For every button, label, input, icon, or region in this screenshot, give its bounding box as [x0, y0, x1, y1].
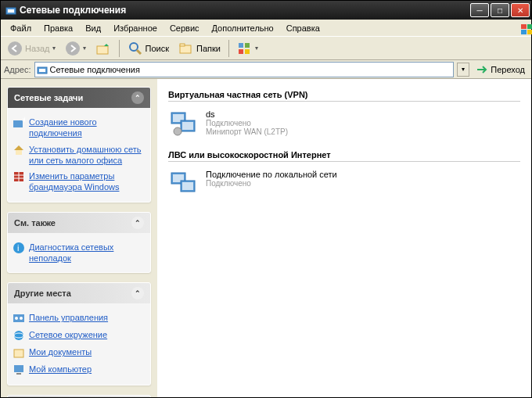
svg-rect-5 [527, 30, 532, 34]
folders-icon [178, 41, 194, 56]
views-icon [237, 41, 253, 56]
connection-device: Минипорт WAN (L2TP) [206, 127, 288, 136]
window-title: Сетевые подключения [20, 5, 470, 16]
svg-rect-8 [97, 46, 108, 54]
firewall-settings-link[interactable]: Изменить параметры брандмауэра Windows [13, 168, 146, 195]
menu-view[interactable]: Вид [79, 22, 107, 34]
connection-text: ds Подключено Минипорт WAN (L2TP) [206, 109, 288, 138]
address-field[interactable]: Сетевые подключения [34, 62, 455, 77]
up-button[interactable] [92, 39, 114, 58]
connection-text: Подключение по локальной сети Подключено [206, 170, 337, 198]
menu-file[interactable]: Файл [4, 22, 38, 34]
svg-rect-1 [8, 9, 14, 13]
svg-rect-15 [239, 49, 243, 54]
home-network-icon [13, 144, 25, 156]
svg-point-29 [15, 317, 18, 320]
my-computer-link[interactable]: Мой компьютер [13, 361, 146, 378]
sidebar: Сетевые задачи ⌃ ✶ Создание нового подкл… [1, 79, 157, 397]
control-panel-icon [13, 312, 25, 324]
network-connections-icon [37, 64, 48, 75]
network-diagnostics-link[interactable]: i Диагностика сетевых неполадок [13, 239, 146, 267]
svg-rect-39 [182, 122, 193, 130]
address-dropdown[interactable]: ▾ [457, 63, 469, 77]
svg-rect-2 [521, 24, 527, 29]
svg-rect-33 [14, 350, 23, 357]
go-arrow-icon [476, 63, 488, 76]
setup-home-network-link[interactable]: Установить домашнюю сеть или сеть малого… [13, 142, 146, 169]
menu-help[interactable]: Справка [280, 22, 326, 34]
chevron-up-icon: ⌃ [131, 91, 144, 104]
menu-advanced[interactable]: Дополнительно [206, 22, 280, 34]
vpn-connection-icon [170, 109, 198, 138]
minimize-button[interactable]: ─ [470, 3, 489, 17]
control-panel-link[interactable]: Панель управления [13, 310, 146, 327]
window-controls: ─ □ ✕ [470, 3, 530, 17]
lan-group-header: ЛВС или высокоскоростной Интернет [168, 150, 520, 162]
content-area: Сетевые задачи ⌃ ✶ Создание нового подкл… [1, 79, 531, 397]
svg-rect-35 [16, 373, 21, 375]
details-panel: Подробно ⌃ Сетевые подключения Системная… [7, 395, 151, 397]
svg-rect-14 [245, 43, 250, 48]
svg-point-30 [20, 317, 23, 320]
menubar: Файл Правка Вид Избранное Сервис Дополни… [1, 20, 531, 37]
network-places-link[interactable]: Сетевое окружение [13, 327, 146, 344]
menu-edit[interactable]: Правка [38, 22, 79, 34]
svg-point-6 [8, 41, 22, 56]
network-neighborhood-icon [13, 329, 25, 342]
svg-rect-21 [16, 150, 22, 155]
svg-rect-13 [239, 43, 243, 48]
svg-point-7 [66, 41, 80, 56]
documents-icon [13, 346, 25, 359]
menu-tools[interactable]: Сервис [164, 22, 206, 34]
see-also-panel: См. также ⌃ i Диагностика сетевых непола… [7, 212, 151, 274]
svg-rect-18 [39, 69, 45, 72]
toolbar: Назад ▾ ▾ Поиск Папки ▾ [1, 37, 531, 60]
connection-item-ds[interactable]: ds Подключено Минипорт WAN (L2TP) [168, 108, 520, 139]
my-documents-link[interactable]: Мои документы [13, 344, 146, 361]
views-button[interactable]: ▾ [234, 39, 261, 58]
vpn-group-header: Виртуальная частная сеть (VPN) [168, 90, 520, 102]
maximize-button[interactable]: □ [491, 3, 509, 17]
toolbar-divider [228, 40, 229, 57]
firewall-icon [13, 170, 25, 183]
svg-point-40 [174, 127, 182, 135]
titlebar: Сетевые подключения ─ □ ✕ [1, 1, 531, 20]
svg-point-9 [130, 43, 138, 51]
menu-favorites[interactable]: Избранное [107, 22, 164, 34]
svg-rect-3 [527, 24, 532, 29]
see-also-header[interactable]: См. также ⌃ [8, 213, 150, 233]
address-label: Адрес: [4, 65, 31, 74]
new-connection-icon: ✶ [13, 117, 25, 129]
svg-rect-4 [521, 30, 527, 34]
connection-status: Подключено [206, 119, 288, 127]
go-button[interactable]: Переход [473, 62, 528, 77]
svg-line-10 [137, 50, 141, 54]
chevron-up-icon: ⌃ [131, 287, 144, 299]
network-tasks-body: ✶ Создание нового подключения Установить… [8, 108, 150, 202]
lan-connection-icon [170, 170, 198, 198]
windows-flag-icon [514, 22, 528, 34]
other-places-body: Панель управления Сетевое окружение Мои … [8, 303, 150, 385]
create-new-connection-link[interactable]: ✶ Создание нового подключения [13, 114, 146, 142]
network-tasks-header[interactable]: Сетевые задачи ⌃ [8, 88, 150, 108]
svg-rect-16 [245, 49, 250, 54]
close-button[interactable]: ✕ [511, 3, 530, 17]
addressbar: Адрес: Сетевые подключения ▾ Переход [1, 60, 531, 79]
details-header[interactable]: Подробно ⌃ [8, 396, 150, 397]
connection-name: Подключение по локальной сети [206, 170, 337, 179]
other-places-panel: Другие места ⌃ Панель управления Сетевое… [7, 282, 151, 385]
svg-rect-12 [180, 44, 185, 46]
connection-item-lan[interactable]: Подключение по локальной сети Подключено [168, 168, 520, 199]
window: Сетевые подключения ─ □ ✕ Файл Правка Ви… [0, 0, 532, 398]
connections-list: Виртуальная частная сеть (VPN) ds Подклю… [157, 79, 531, 397]
back-arrow-icon [7, 41, 23, 56]
see-also-body: i Диагностика сетевых неполадок [8, 233, 150, 273]
folder-up-icon [95, 41, 111, 56]
computer-icon [13, 364, 25, 376]
other-places-header[interactable]: Другие места ⌃ [8, 283, 150, 303]
search-button[interactable]: Поиск [124, 39, 172, 58]
network-tasks-panel: Сетевые задачи ⌃ ✶ Создание нового подкл… [7, 87, 151, 203]
folders-button[interactable]: Папки [175, 39, 224, 58]
svg-text:✶: ✶ [21, 117, 25, 124]
svg-text:i: i [17, 243, 19, 253]
